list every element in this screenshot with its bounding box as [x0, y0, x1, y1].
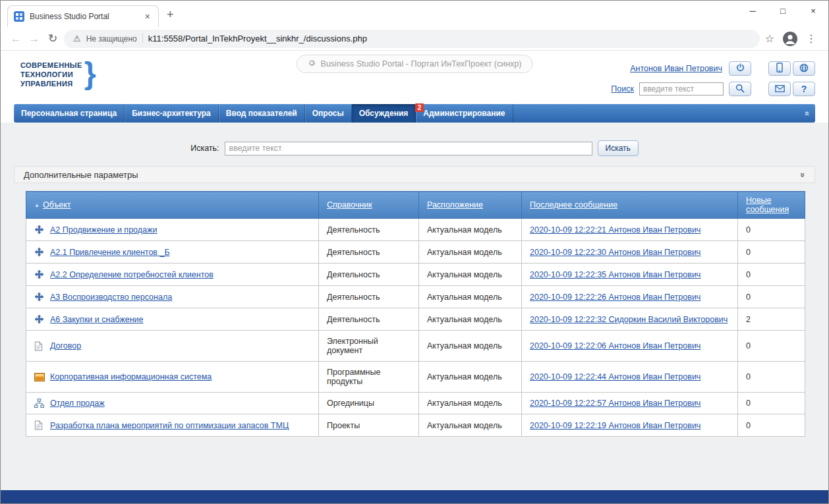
object-link[interactable]: А2.1 Привлечение клиентов _Б: [50, 248, 170, 257]
last-message-link[interactable]: 2020-10-09 12:22:21 Антонов Иван Петрови…: [530, 225, 700, 235]
column-header-object-link[interactable]: Объект: [43, 200, 71, 210]
nav-item[interactable]: Ввод показателей: [219, 104, 305, 123]
portal-title-text: Business Studio Portal - Портал ИнТехПро…: [321, 59, 522, 69]
back-icon[interactable]: ←: [9, 32, 23, 45]
header-search-button[interactable]: [729, 82, 751, 96]
discussions-table-wrap: ▲Объект Справочник Расположение Последне…: [26, 191, 803, 437]
new-messages-cell: 0: [738, 331, 805, 362]
chevron-up-icon: »: [801, 111, 811, 115]
object-link[interactable]: А6 Закупки и снабжение: [50, 315, 144, 324]
directory-cell: Оргединицы: [319, 393, 419, 414]
logout-button[interactable]: [729, 61, 751, 76]
directory-cell: Деятельность: [319, 264, 419, 286]
nav-item[interactable]: Бизнес-архитектура: [125, 104, 219, 123]
search-link[interactable]: Поиск: [611, 84, 634, 94]
object-link[interactable]: Отдел продаж: [50, 399, 105, 408]
browser-menu-icon[interactable]: ⋮: [802, 32, 820, 45]
additional-params-panel[interactable]: Дополнительные параметры »: [14, 166, 815, 183]
phone-icon: [776, 63, 783, 74]
column-header-location-link[interactable]: Расположение: [427, 200, 483, 210]
nav-item-label: Обсуждения: [359, 109, 409, 118]
object-link[interactable]: Разработка плана мероприятий по оптимиза…: [50, 421, 289, 430]
last-message-link[interactable]: 2020-10-09 12:22:32 Сидоркин Василий Вик…: [530, 315, 728, 324]
header-search-input[interactable]: [639, 82, 724, 96]
portal-title-badge: Business Studio Portal - Портал ИнТехПро…: [297, 55, 533, 73]
discussion-search-input[interactable]: [225, 142, 592, 155]
orgunit-icon: [34, 399, 45, 408]
new-messages-cell: 0: [738, 219, 805, 241]
nav-unread-badge: 2: [415, 103, 424, 112]
directory-cell: Программные продукты: [319, 362, 419, 393]
last-message-link[interactable]: 2020-10-09 12:22:30 Антонов Иван Петрови…: [530, 248, 700, 257]
window-controls: ─ □ ×: [737, 1, 828, 20]
gear-icon: [308, 59, 316, 69]
new-messages-cell: 0: [738, 286, 805, 308]
maximize-button[interactable]: □: [768, 1, 798, 20]
nav-item-label: Персональная страница: [21, 109, 117, 118]
table-row: Договор Электронный документ Актуальная …: [26, 331, 805, 362]
close-button[interactable]: ×: [798, 1, 828, 20]
nav-item[interactable]: Обсуждения 2: [352, 104, 416, 123]
object-link[interactable]: А2.2 Определение потребностей клиентов: [50, 270, 214, 279]
search-submit-button[interactable]: Искать: [598, 140, 639, 156]
column-header-directory[interactable]: Справочник: [319, 192, 419, 219]
browser-profile-avatar[interactable]: [782, 31, 798, 47]
last-message-link[interactable]: 2020-10-09 12:22:35 Антонов Иван Петрови…: [530, 270, 700, 279]
last-message-link[interactable]: 2020-10-09 12:22:26 Антонов Иван Петрови…: [530, 293, 700, 302]
forward-icon[interactable]: →: [27, 32, 42, 45]
last-message-link[interactable]: 2020-10-09 12:22:19 Антонов Иван Петрови…: [530, 421, 700, 430]
column-header-last-message-link[interactable]: Последнее сообщение: [530, 200, 617, 210]
nav-item-label: Ввод показателей: [226, 109, 297, 118]
location-cell: Актуальная модель: [419, 219, 522, 241]
chevron-down-icon[interactable]: »: [798, 172, 808, 177]
column-header-object[interactable]: ▲Объект: [26, 192, 319, 219]
object-link[interactable]: А3 Воспроизводство персонала: [50, 293, 172, 302]
directory-cell: Деятельность: [319, 308, 419, 331]
discussions-table: ▲Объект Справочник Расположение Последне…: [26, 191, 805, 437]
object-link[interactable]: Корпоративная информационная система: [50, 372, 212, 381]
footer-bar: [1, 490, 828, 503]
last-message-link[interactable]: 2020-10-09 12:22:57 Антонов Иван Петрови…: [530, 399, 700, 408]
object-link[interactable]: Договор: [50, 341, 81, 350]
new-messages-cell: 2: [738, 308, 805, 331]
company-logo: СОВРЕМЕННЫЕ ТЕХНОЛОГИИ УПРАВЛЕНИЯ }: [20, 61, 96, 88]
nav-item[interactable]: Опросы: [305, 104, 352, 123]
column-header-new-messages-link[interactable]: Новые сообщения: [746, 196, 789, 214]
nav-item[interactable]: Администрирование: [416, 104, 513, 123]
user-name-link[interactable]: Антонов Иван Петрович: [630, 64, 722, 73]
mail-button[interactable]: [768, 82, 791, 96]
language-button[interactable]: [793, 61, 815, 76]
nav-item[interactable]: Персональная страница: [14, 104, 125, 123]
column-header-new-messages[interactable]: Новые сообщения: [738, 192, 805, 219]
location-cell: Актуальная модель: [419, 241, 522, 264]
last-message-link[interactable]: 2020-10-09 12:22:06 Антонов Иван Петрови…: [530, 341, 700, 350]
last-message-link[interactable]: 2020-10-09 12:22:44 Антонов Иван Петрови…: [530, 372, 700, 381]
main-nav: Персональная страница Бизнес-архитектура…: [14, 104, 815, 123]
tab-close-icon[interactable]: ×: [143, 11, 152, 22]
object-link[interactable]: А2 Продвижение и продажи: [50, 225, 157, 235]
address-bar: ← → ↻ ⚠ Не защищено k11:5558/Portal_InTe…: [1, 27, 828, 51]
logo-line-1: СОВРЕМЕННЫЕ: [20, 61, 82, 70]
new-tab-button[interactable]: +: [167, 8, 174, 22]
directory-cell: Деятельность: [319, 219, 419, 241]
tab-favicon-icon: [14, 11, 24, 22]
url-bar[interactable]: ⚠ Не защищено k11:5558/Portal_InTekhProy…: [64, 30, 760, 48]
nav-collapse-button[interactable]: »: [804, 104, 815, 123]
browser-tab[interactable]: Business Studio Portal ×: [7, 5, 159, 27]
not-secure-warning-icon: ⚠: [73, 34, 81, 43]
process-icon: [34, 225, 45, 235]
mobile-version-button[interactable]: [768, 61, 791, 76]
column-header-last-message[interactable]: Последнее сообщение: [522, 192, 738, 219]
table-row: А2 Продвижение и продажи Деятельность Ак…: [26, 219, 805, 241]
main-nav-wrap: Персональная страница Бизнес-архитектура…: [1, 104, 828, 123]
help-button[interactable]: ?: [793, 82, 815, 96]
search-label: Искать:: [190, 144, 219, 153]
envelope-icon: [775, 84, 785, 94]
column-header-location[interactable]: Расположение: [419, 192, 522, 219]
url-text: k11:5558/Portal_InTekhProyekt__sinkhr_/d…: [148, 34, 367, 43]
column-header-directory-link[interactable]: Справочник: [327, 200, 372, 210]
reload-icon[interactable]: ↻: [45, 32, 60, 45]
bookmark-star-icon[interactable]: ☆: [765, 32, 774, 45]
directory-cell: Электронный документ: [319, 331, 419, 362]
minimize-button[interactable]: ─: [737, 1, 768, 20]
